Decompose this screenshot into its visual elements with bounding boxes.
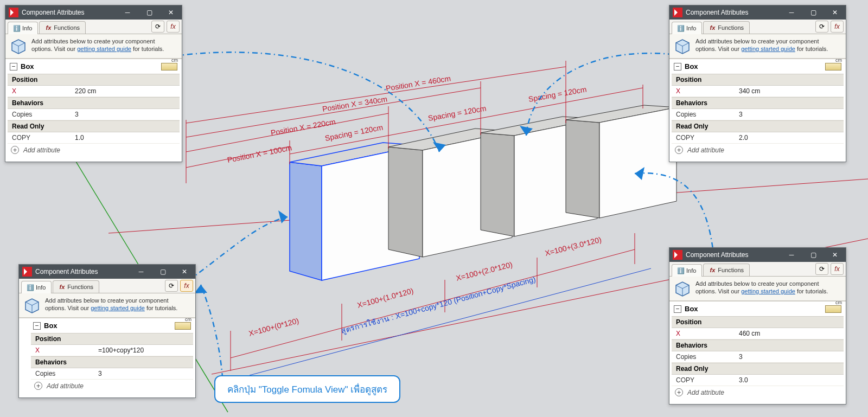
svg-marker-6 <box>481 133 514 236</box>
toggle-formula-button[interactable]: fx <box>167 21 180 33</box>
hint-bar: Add attributes below to create your comp… <box>5 34 182 59</box>
row-copy: COPY 2.0 <box>672 132 844 144</box>
row-x[interactable]: X 220 cm <box>8 86 180 97</box>
refresh-button[interactable]: ⟳ <box>165 280 178 292</box>
attr-val-copies[interactable]: 3 <box>71 109 180 120</box>
refresh-button[interactable]: ⟳ <box>815 21 828 33</box>
component-name[interactable]: Box <box>21 62 34 70</box>
calc-3: X=100+(2.0*120) <box>455 260 513 283</box>
info-icon: ℹ️ <box>27 284 34 291</box>
fx-icon: fx <box>45 24 52 31</box>
row-x[interactable]: X 340 cm <box>672 86 844 97</box>
group-position: Position <box>8 74 180 86</box>
svg-line-15 <box>186 67 566 123</box>
toggle-formula-button[interactable]: fx <box>831 21 844 33</box>
group-behaviors: Behaviors <box>8 97 180 109</box>
row-copies[interactable]: Copies 3 <box>31 368 193 380</box>
units-icon[interactable] <box>825 63 841 70</box>
titlebar[interactable]: Component Attributes ─ ▢ ✕ <box>19 265 195 279</box>
row-x[interactable]: X 460 cm <box>672 328 844 339</box>
tab-functions[interactable]: fx Functions <box>703 21 750 34</box>
maximize-button[interactable]: ▢ <box>802 5 824 20</box>
sketchup-icon <box>673 8 682 17</box>
minimize-button[interactable]: ─ <box>130 265 152 279</box>
add-attribute[interactable]: + Add attribute <box>672 386 844 399</box>
tab-info[interactable]: ℹ️ Info <box>672 22 702 34</box>
tab-functions-label: Functions <box>54 24 80 31</box>
fx-icon: fx <box>59 284 65 290</box>
fx-icon: fx <box>709 267 716 273</box>
calc-2: X=100+(1.0*120) <box>356 286 414 310</box>
getting-started-link[interactable]: getting started guide <box>741 288 795 294</box>
close-button[interactable]: ✕ <box>160 5 182 20</box>
sketchup-icon <box>9 8 18 17</box>
add-attribute[interactable]: + Add attribute <box>31 380 193 392</box>
collapse-toggle[interactable]: − <box>674 305 681 313</box>
attr-key-copy: COPY <box>8 132 71 143</box>
titlebar[interactable]: Component Attributes ─ ▢ ✕ <box>669 5 846 20</box>
row-copies[interactable]: Copies 3 <box>672 109 844 120</box>
window-title: Component Attributes <box>22 9 84 16</box>
add-icon: + <box>11 146 19 154</box>
attr-key-copies: Copies <box>8 109 71 120</box>
close-button[interactable]: ✕ <box>824 248 846 262</box>
component-icon <box>674 37 691 55</box>
minimize-button[interactable]: ─ <box>781 5 802 20</box>
box-4[interactable] <box>566 105 676 218</box>
refresh-button[interactable]: ⟳ <box>151 21 164 33</box>
maximize-button[interactable]: ▢ <box>802 248 824 262</box>
component-name[interactable]: Box <box>685 62 698 70</box>
attribute-area: − Box Position X 220 cm Behaviors Copies… <box>5 59 182 162</box>
titlebar[interactable]: Component Attributes ─ ▢ ✕ <box>669 248 846 262</box>
units-icon[interactable] <box>161 63 177 70</box>
tab-functions[interactable]: fx Functions <box>53 280 99 293</box>
getting-started-link[interactable]: getting started guide <box>77 46 131 52</box>
tab-functions[interactable]: fx Functions <box>703 264 750 276</box>
collapse-toggle[interactable]: − <box>10 63 17 70</box>
add-attribute-label: Add attribute <box>23 146 60 154</box>
dialog-top-left[interactable]: Component Attributes ─ ▢ ✕ ℹ️ Info fx Fu… <box>5 5 182 162</box>
tab-row: ℹ️ Info fx Functions ⟳ fx <box>669 20 846 34</box>
component-icon <box>10 37 27 55</box>
tab-info[interactable]: ℹ️ Info <box>672 264 702 277</box>
fx-icon: fx <box>709 24 716 31</box>
collapse-toggle[interactable]: − <box>33 322 41 330</box>
dialog-bottom-right[interactable]: Component Attributes ─ ▢ ✕ ℹ️ Info fx Fu… <box>669 247 846 405</box>
close-button[interactable]: ✕ <box>174 265 195 279</box>
calc-1: X=100+(0*120) <box>248 316 300 338</box>
collapse-toggle[interactable]: − <box>674 63 681 70</box>
info-icon: ℹ️ <box>678 267 684 274</box>
info-icon: ℹ️ <box>14 25 20 31</box>
maximize-button[interactable]: ▢ <box>152 265 174 279</box>
tab-info[interactable]: ℹ️ Info <box>8 22 38 34</box>
getting-started-link[interactable]: getting started guide <box>91 305 145 311</box>
units-icon[interactable] <box>175 322 191 330</box>
units-icon[interactable] <box>825 305 841 313</box>
sketchup-icon <box>22 267 32 277</box>
minimize-button[interactable]: ─ <box>117 5 138 20</box>
row-copies[interactable]: Copies 3 <box>8 109 180 120</box>
minimize-button[interactable]: ─ <box>781 248 802 262</box>
attr-val-copy: 1.0 <box>71 132 180 143</box>
toggle-formula-button-active[interactable]: fx <box>180 280 193 292</box>
tab-functions[interactable]: fx Functions <box>39 21 86 34</box>
row-copy: COPY 3.0 <box>672 375 844 386</box>
add-attribute[interactable]: + Add attribute <box>8 144 180 156</box>
getting-started-link[interactable]: getting started guide <box>741 46 795 52</box>
attr-val-x[interactable]: 220 cm <box>71 86 180 97</box>
svg-marker-3 <box>388 147 423 257</box>
refresh-button[interactable]: ⟳ <box>815 263 828 275</box>
tab-info[interactable]: ℹ️ Info <box>21 281 52 293</box>
dialog-bottom-left[interactable]: Component Attributes ─ ▢ ✕ ℹ️ Info fx Fu… <box>18 264 196 398</box>
titlebar[interactable]: Component Attributes ─ ▢ ✕ <box>5 5 182 20</box>
row-copies[interactable]: Copies 3 <box>672 351 844 363</box>
dialog-top-right[interactable]: Component Attributes ─ ▢ ✕ ℹ️ Info fx Fu… <box>669 5 846 162</box>
maximize-button[interactable]: ▢ <box>138 5 160 20</box>
svg-marker-33 <box>194 285 207 293</box>
row-x[interactable]: X =100+copy*120 <box>31 345 193 356</box>
toggle-formula-button[interactable]: fx <box>831 263 844 275</box>
viewport: Position X = 100cm Position X = 220cm Po… <box>0 0 868 417</box>
close-button[interactable]: ✕ <box>824 5 846 20</box>
add-attribute[interactable]: + Add attribute <box>672 144 844 156</box>
hint-text: Add attributes below to create your comp… <box>31 37 177 55</box>
